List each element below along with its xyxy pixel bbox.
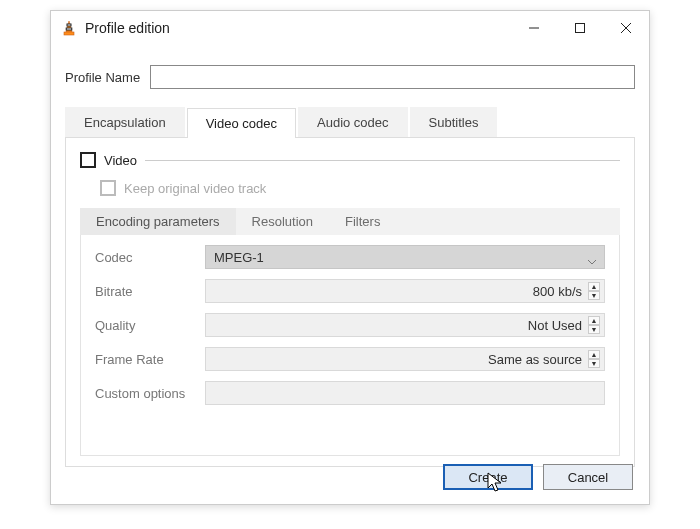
tab-audio-codec[interactable]: Audio codec	[298, 107, 408, 137]
framerate-label: Frame Rate	[95, 352, 205, 367]
create-button[interactable]: Create	[443, 464, 533, 490]
codec-label: Codec	[95, 250, 205, 265]
bitrate-label: Bitrate	[95, 284, 205, 299]
close-button[interactable]	[603, 11, 649, 45]
profile-name-label: Profile Name	[65, 70, 150, 85]
codec-value: MPEG-1	[214, 250, 264, 265]
chevron-down-icon	[588, 254, 596, 269]
spinner-buttons[interactable]: ▲▼	[588, 350, 600, 368]
subtab-encoding-parameters[interactable]: Encoding parameters	[80, 208, 236, 235]
subtab-resolution[interactable]: Resolution	[236, 208, 329, 235]
svg-rect-4	[576, 24, 585, 33]
tab-encapsulation[interactable]: Encapsulation	[65, 107, 185, 137]
svg-rect-2	[66, 28, 72, 30]
custom-options-input[interactable]	[205, 381, 605, 405]
keep-original-checkbox[interactable]	[100, 180, 116, 196]
vlc-icon	[61, 20, 77, 36]
spinner-buttons[interactable]: ▲▼	[588, 316, 600, 334]
cancel-button[interactable]: Cancel	[543, 464, 633, 490]
spinner-buttons[interactable]: ▲▼	[588, 282, 600, 300]
maximize-button[interactable]	[557, 11, 603, 45]
svg-rect-1	[67, 24, 71, 26]
codec-row: Codec MPEG-1	[95, 245, 605, 269]
framerate-spinner[interactable]: Same as source ▲▼	[205, 347, 605, 371]
framerate-row: Frame Rate Same as source ▲▼	[95, 347, 605, 371]
main-tabs: Encapsulation Video codec Audio codec Su…	[65, 107, 635, 138]
tab-subtitles[interactable]: Subtitles	[410, 107, 498, 137]
video-checkbox[interactable]	[80, 152, 96, 168]
video-fieldset-header: Video	[80, 152, 620, 168]
profile-edition-window: Profile edition Profile Name Encapsulati…	[50, 10, 650, 505]
titlebar: Profile edition	[51, 11, 649, 45]
dialog-footer: Create Cancel	[443, 464, 633, 490]
bitrate-spinner[interactable]: 800 kb/s ▲▼	[205, 279, 605, 303]
bitrate-row: Bitrate 800 kb/s ▲▼	[95, 279, 605, 303]
keep-original-label: Keep original video track	[124, 181, 266, 196]
quality-spinner[interactable]: Not Used ▲▼	[205, 313, 605, 337]
encoding-params-panel: Codec MPEG-1 Bitrate 800 kb/s ▲▼	[80, 235, 620, 456]
minimize-button[interactable]	[511, 11, 557, 45]
subtab-filters[interactable]: Filters	[329, 208, 396, 235]
profile-name-row: Profile Name	[65, 65, 635, 89]
video-codec-panel: Video Keep original video track Encoding…	[65, 138, 635, 467]
quality-label: Quality	[95, 318, 205, 333]
custom-options-row: Custom options	[95, 381, 605, 405]
tab-video-codec[interactable]: Video codec	[187, 108, 296, 138]
profile-name-input[interactable]	[150, 65, 635, 89]
keep-original-row: Keep original video track	[100, 180, 620, 196]
framerate-value: Same as source	[488, 352, 582, 367]
window-title: Profile edition	[85, 20, 511, 36]
video-checkbox-label: Video	[104, 153, 137, 168]
codec-select[interactable]: MPEG-1	[205, 245, 605, 269]
divider	[145, 160, 620, 161]
svg-rect-0	[64, 32, 74, 35]
quality-value: Not Used	[528, 318, 582, 333]
bitrate-value: 800 kb/s	[533, 284, 582, 299]
video-subtabs: Encoding parameters Resolution Filters	[80, 208, 620, 235]
custom-options-label: Custom options	[95, 386, 205, 401]
quality-row: Quality Not Used ▲▼	[95, 313, 605, 337]
